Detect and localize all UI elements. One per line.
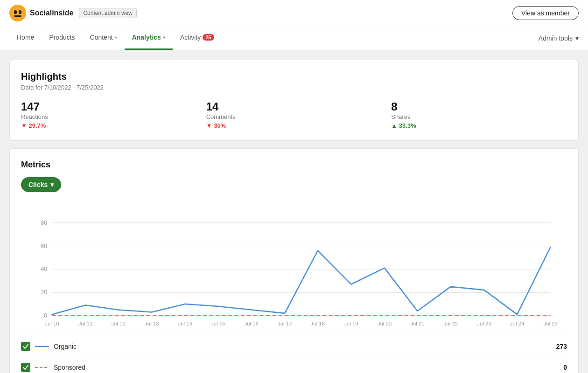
highlights-grid: 147 Reactions ▼ 29.7% 14 Comments ▼ 30% … [21, 100, 567, 129]
metrics-card: Metrics Clicks ▾ 80 60 40 20 [9, 148, 579, 373]
svg-text:20: 20 [41, 289, 47, 296]
highlights-card: Highlights Data for 7/10/2022 - 7/25/202… [9, 60, 579, 141]
highlight-comments: 14 Comments ▼ 30% [206, 100, 382, 129]
organic-checkbox[interactable] [21, 342, 30, 351]
chart-area: 80 60 40 20 0 Jul 10 Jul 11 Jul 12 Jul 1… [21, 200, 567, 330]
clicks-dropdown-button[interactable]: Clicks ▾ [21, 177, 61, 192]
svg-text:Jul 14: Jul 14 [178, 321, 192, 326]
organic-value: 273 [556, 343, 567, 350]
nav-item-activity[interactable]: Activity 25 [173, 26, 222, 50]
activity-badge: 25 [203, 34, 214, 41]
svg-text:Jul 24: Jul 24 [510, 321, 524, 326]
main-content: Highlights Data for 7/10/2022 - 7/25/202… [0, 50, 588, 373]
svg-text:Jul 12: Jul 12 [111, 321, 125, 326]
svg-text:Jul 18: Jul 18 [311, 321, 325, 326]
svg-text:Jul 15: Jul 15 [211, 321, 225, 326]
brand-name: Socialinside [30, 9, 73, 17]
comments-change: ▼ 30% [206, 122, 382, 129]
shares-label: Shares [391, 113, 567, 120]
svg-text:Jul 25: Jul 25 [543, 321, 557, 326]
reactions-arrow-icon: ▼ [21, 122, 27, 129]
nav: Home Products Content ▾ Analytics ▾ Acti… [0, 26, 588, 50]
highlight-reactions: 147 Reactions ▼ 29.7% [21, 100, 197, 129]
svg-point-1 [12, 7, 24, 19]
sponsored-checkbox[interactable] [21, 363, 30, 372]
reactions-change: ▼ 29.7% [21, 122, 197, 129]
shares-change: ▲ 33.3% [391, 122, 567, 129]
logo-icon [9, 5, 26, 21]
admin-badge: Content admin view [79, 8, 136, 18]
view-as-member-button[interactable]: View as member [512, 6, 579, 20]
svg-text:Jul 13: Jul 13 [145, 321, 159, 326]
shares-arrow-icon: ▲ [391, 122, 397, 129]
shares-value: 8 [391, 100, 567, 113]
svg-text:60: 60 [41, 243, 47, 249]
legend-item-organic: Organic 273 [21, 336, 567, 357]
metrics-chart: 80 60 40 20 0 Jul 10 Jul 11 Jul 12 Jul 1… [21, 200, 567, 330]
metrics-title: Metrics [21, 160, 567, 170]
svg-text:Jul 20: Jul 20 [378, 321, 392, 326]
svg-text:0: 0 [44, 312, 47, 319]
highlight-shares: 8 Shares ▲ 33.3% [391, 100, 567, 129]
check-icon-sponsored [22, 364, 29, 371]
svg-text:Jul 22: Jul 22 [444, 321, 458, 326]
clicks-chevron-icon: ▾ [50, 181, 54, 188]
nav-item-content[interactable]: Content ▾ [83, 26, 125, 50]
svg-text:Jul 17: Jul 17 [278, 321, 292, 326]
organic-label: Organic [54, 343, 552, 350]
nav-item-analytics[interactable]: Analytics ▾ [125, 26, 173, 50]
nav-item-products[interactable]: Products [42, 26, 82, 50]
highlights-title: Highlights [21, 71, 567, 82]
svg-text:80: 80 [41, 220, 47, 226]
svg-text:Jul 11: Jul 11 [78, 321, 92, 326]
svg-text:40: 40 [41, 266, 47, 272]
svg-rect-4 [14, 15, 21, 17]
admin-tools-menu[interactable]: Admin tools ▾ [539, 35, 579, 42]
svg-text:Jul 21: Jul 21 [410, 321, 424, 326]
sponsored-value: 0 [563, 364, 567, 371]
svg-rect-2 [14, 10, 17, 14]
reactions-value: 147 [21, 100, 197, 113]
chart-legend: Organic 273 Sponsored 0 [21, 336, 567, 373]
legend-item-sponsored: Sponsored 0 [21, 357, 567, 373]
nav-item-home[interactable]: Home [9, 26, 42, 50]
header: Socialinside Content admin view View as … [0, 0, 588, 26]
comments-value: 14 [206, 100, 382, 113]
admin-tools-chevron-icon: ▾ [575, 35, 579, 42]
highlights-date: Data for 7/10/2022 - 7/25/2022 [21, 84, 567, 91]
analytics-chevron-icon: ▾ [163, 35, 165, 40]
sponsored-line-indicator [35, 367, 49, 368]
content-chevron-icon: ▾ [115, 35, 117, 40]
comments-arrow-icon: ▼ [206, 122, 212, 129]
organic-line [52, 247, 550, 314]
check-icon [22, 343, 29, 350]
svg-rect-3 [19, 10, 21, 14]
svg-text:Jul 16: Jul 16 [245, 321, 259, 326]
svg-text:Jul 19: Jul 19 [344, 321, 358, 326]
nav-left: Home Products Content ▾ Analytics ▾ Acti… [9, 26, 222, 50]
organic-line-indicator [35, 346, 49, 347]
svg-text:Jul 10: Jul 10 [45, 321, 59, 326]
reactions-label: Reactions [21, 113, 197, 120]
comments-label: Comments [206, 113, 382, 120]
svg-text:Jul 23: Jul 23 [477, 321, 491, 326]
header-left: Socialinside Content admin view [9, 5, 137, 21]
logo: Socialinside [9, 5, 73, 21]
sponsored-label: Sponsored [54, 364, 559, 371]
